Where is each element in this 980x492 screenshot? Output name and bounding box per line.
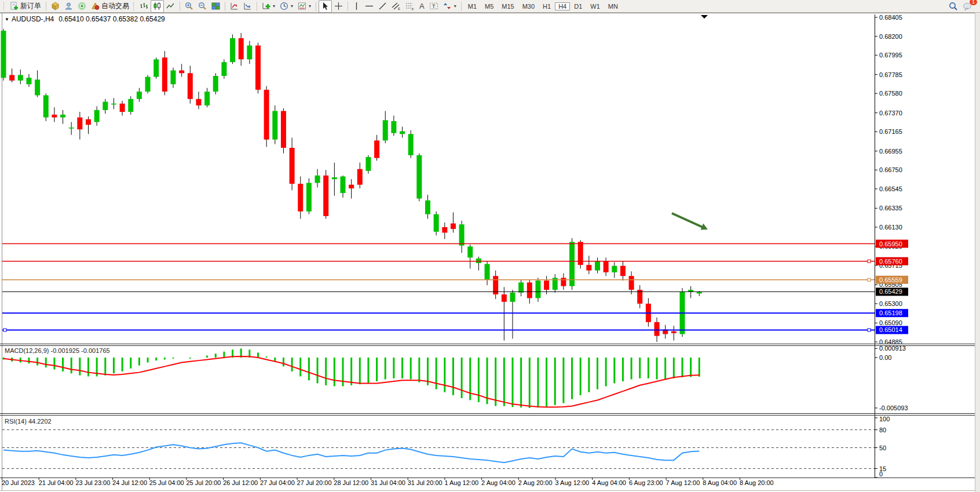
svg-text:0.64885: 0.64885 [879,338,902,345]
tab-timeframe-mn[interactable]: MN [604,2,622,11]
zoom-in-icon [185,2,193,10]
svg-text:0: 0 [879,471,883,478]
date-axis: 20 Jul 202321 Jul 04:0023 Jul 23:0024 Ju… [2,478,774,486]
arrows-icon [443,2,452,10]
svg-text:50: 50 [879,444,886,451]
window-edge-scrollbar[interactable] [975,13,980,492]
svg-text:8 Aug 20:00: 8 Aug 20:00 [740,479,774,486]
svg-text:0.67785: 0.67785 [879,71,902,78]
vertical-line-button[interactable] [350,0,363,13]
svg-text:-0.005093: -0.005093 [879,404,908,411]
signal-button[interactable] [75,0,89,13]
autotrading-button[interactable]: 自动交易 [89,0,131,13]
svg-text:0.66750: 0.66750 [879,166,902,173]
svg-text:0.67165: 0.67165 [879,128,902,135]
add-indicator-button[interactable]: ▾ [259,0,277,13]
svg-text:0.67580: 0.67580 [879,90,902,97]
main-toolbar: 新订单 自动交易 [0,0,980,13]
svg-text:0.68405: 0.68405 [879,14,902,21]
label-button[interactable]: T [427,0,441,13]
svg-text:RSI(14) 44.2202: RSI(14) 44.2202 [5,418,52,425]
template-button[interactable]: ▾ [295,0,313,13]
horizontal-line-icon [365,2,374,10]
tab-timeframe-m5[interactable]: M5 [481,2,498,11]
arrows-button[interactable]: ▾ [441,0,459,13]
svg-text:23 Jul 23:00: 23 Jul 23:00 [75,479,110,486]
svg-text:25 Jul 20:00: 25 Jul 20:00 [187,479,221,486]
svg-text:8 Aug 04:00: 8 Aug 04:00 [703,479,737,486]
svg-text:25 Jul 04:00: 25 Jul 04:00 [149,479,184,486]
tab-timeframe-d1[interactable]: D1 [570,2,586,11]
svg-text:F: F [412,8,414,11]
symbol-timeframe-label: AUDUSD-,H4 [12,15,54,23]
new-order-button[interactable]: 新订单 [8,0,43,13]
new-order-label: 新订单 [20,1,41,11]
chevron-down-icon: ▾ [309,3,311,9]
zoom-in-button[interactable] [182,0,196,13]
period-button[interactable]: ▾ [277,0,295,13]
fibonacci-button[interactable]: F [403,0,417,13]
box-button[interactable] [49,0,62,13]
svg-text:27 Jul 04:00: 27 Jul 04:00 [260,479,295,486]
svg-text:0.00: 0.00 [879,354,891,361]
svg-text:24 Jul 12:00: 24 Jul 12:00 [112,479,147,486]
add-indicator-icon [262,2,270,10]
toolbar-grip [3,2,6,10]
svg-text:27 Jul 20:00: 27 Jul 20:00 [297,479,332,486]
cursor-icon [321,2,330,10]
svg-text:4 Aug 04:00: 4 Aug 04:00 [592,479,626,486]
toolbar-grip [133,2,136,10]
svg-text:MACD(12,26,9) -0.001925 -0.001: MACD(12,26,9) -0.001925 -0.001765 [5,347,110,354]
toolbar-separator [225,2,225,11]
toolbar-separator [180,2,180,11]
new-order-icon [10,2,19,10]
template-icon [298,2,306,10]
search-button[interactable] [946,0,960,13]
trendline-button[interactable] [376,0,389,13]
toolbar-separator [46,2,46,11]
crosshair-icon [334,2,343,10]
svg-text:80: 80 [879,427,886,433]
tab-timeframe-m15[interactable]: M15 [498,2,518,11]
profile-icon [64,2,73,10]
crosshair-button[interactable] [332,0,345,13]
zoom-out-button[interactable] [196,0,209,13]
toolbar-separator [461,2,462,11]
vertical-line-icon [353,2,360,10]
fibonacci-icon: F [405,2,415,10]
candlestick-chart-button[interactable] [151,0,164,13]
chevron-down-icon: ▼ [5,17,9,22]
tab-timeframe-m1[interactable]: M1 [464,2,481,11]
bar-chart-button[interactable] [137,0,151,13]
horizontal-line-button[interactable] [363,0,376,13]
channel-button[interactable]: E [389,0,403,13]
profile-button[interactable] [62,0,75,13]
svg-text:0.65559: 0.65559 [879,276,902,283]
cursor-button[interactable] [319,0,332,13]
toolbar-separator [348,2,348,11]
tab-timeframe-h1[interactable]: H1 [539,2,555,11]
svg-text:0.65429: 0.65429 [879,288,902,295]
ohlc-values: 0.65410 0.65437 0.65382 0.65429 [58,15,165,23]
trendline-icon [378,2,387,10]
line-chart-button[interactable] [164,0,177,13]
tab-timeframe-m30[interactable]: M30 [518,2,539,11]
chevron-down-icon: ▾ [454,3,456,9]
svg-text:31 Jul 20:00: 31 Jul 20:00 [408,479,443,486]
trade-levels-up-button[interactable] [228,0,241,13]
chart-area[interactable]: 0.684050.682000.679950.677850.675800.673… [0,0,980,492]
period-clock-icon [280,2,288,10]
text-button[interactable]: A [417,0,427,13]
svg-text:E: E [398,7,400,10]
svg-text:21 Jul 04:00: 21 Jul 04:00 [39,479,74,486]
svg-text:1 Aug 12:00: 1 Aug 12:00 [444,479,478,486]
tile-windows-button[interactable] [209,0,222,13]
bar-chart-icon [140,2,148,10]
chat-button[interactable]: 1 [960,0,975,13]
svg-text:0.68200: 0.68200 [879,33,902,40]
price-chart-svg: 0.684050.682000.679950.677850.675800.673… [0,0,980,492]
tab-timeframe-h4[interactable]: H4 [555,2,570,10]
tab-timeframe-w1[interactable]: W1 [586,2,604,11]
svg-text:0.65760: 0.65760 [879,258,902,265]
trade-levels-down-button[interactable] [241,0,254,13]
